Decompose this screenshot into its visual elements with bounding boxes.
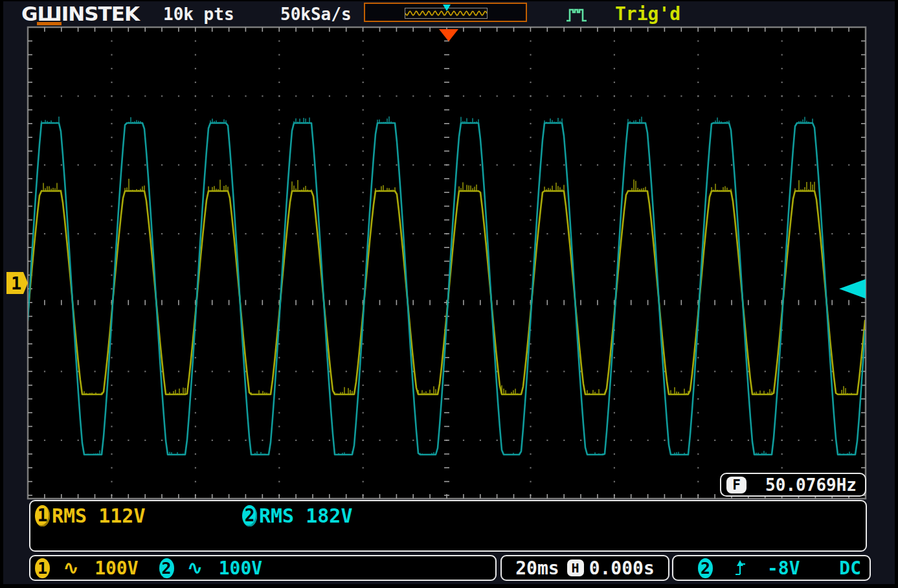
frequency-value: 50.0769Hz	[746, 475, 865, 495]
frequency-badge-icon: F	[726, 477, 746, 493]
scope-display: 1	[0, 0, 898, 588]
oscilloscope-screen: { "topbar": { "logo_g": "G", "logo_w": "…	[0, 0, 898, 588]
frequency-counter: F 50.0769Hz	[720, 473, 866, 497]
svg-text:1: 1	[11, 273, 21, 293]
ch1-position-marker: 1	[6, 272, 28, 294]
